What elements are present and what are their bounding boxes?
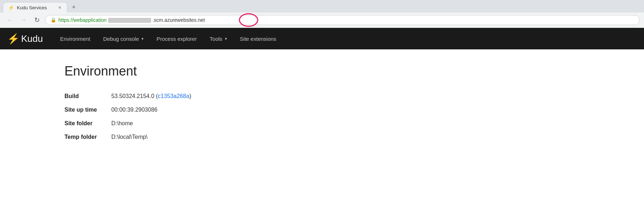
nav-item-site-extensions[interactable]: Site extensions [234, 28, 283, 49]
kudu-logo-text: Kudu [21, 33, 43, 44]
url-host-start: webapplication [73, 17, 107, 23]
nav-item-debug-console[interactable]: Debug console ▾ [97, 28, 150, 49]
table-row: Build 53.50324.2154.0 (c1353a268a) [64, 89, 191, 103]
back-button[interactable]: ← [4, 15, 15, 25]
tab-favicon: ⚡ [8, 5, 14, 10]
active-tab[interactable]: ⚡ Kudu Services × [3, 2, 67, 13]
nav-item-environment[interactable]: Environment [54, 28, 97, 49]
nav-item-site-extensions-label: Site extensions [240, 36, 277, 42]
nav-item-process-explorer-label: Process explorer [157, 36, 197, 42]
kudu-logo-icon: ⚡ [7, 33, 20, 45]
address-bar: ← → ↻ 🔒 https://webapplication.scm.azure… [0, 13, 644, 28]
url-text: https://webapplication.scm.azurewebsites… [58, 17, 205, 23]
browser-chrome: ⚡ Kudu Services × + ← → ↻ 🔒 https://weba… [0, 0, 644, 28]
nav-item-environment-label: Environment [60, 36, 90, 42]
nav-item-debug-console-label: Debug console [103, 36, 139, 42]
new-tab-button[interactable]: + [69, 3, 79, 13]
build-commit-link[interactable]: c1353a268a [158, 93, 189, 99]
kudu-navbar: ⚡ Kudu Environment Debug console ▾ Proce… [0, 28, 644, 49]
site-folder-value: D:\home [111, 117, 191, 130]
nav-item-tools[interactable]: Tools ▾ [203, 28, 234, 49]
url-host-end: .scm.azurewebsites.net [153, 17, 205, 23]
nav-item-process-explorer[interactable]: Process explorer [150, 28, 203, 49]
temp-folder-label: Temp folder [64, 130, 111, 144]
environment-table: Build 53.50324.2154.0 (c1353a268a) Site … [64, 89, 191, 144]
tab-bar: ⚡ Kudu Services × + [0, 0, 644, 13]
ssl-lock-icon: 🔒 [51, 17, 56, 23]
kudu-logo[interactable]: ⚡ Kudu [7, 33, 43, 45]
nav-item-tools-label: Tools [210, 36, 222, 42]
debug-console-dropdown-arrow: ▾ [141, 36, 144, 41]
main-content: Environment Build 53.50324.2154.0 (c1353… [0, 49, 644, 158]
url-protocol: https:// [58, 17, 73, 23]
tab-close-button[interactable]: × [58, 5, 62, 10]
site-uptime-label: Site up time [64, 103, 111, 117]
url-blurred-portion [108, 18, 151, 23]
tools-dropdown-arrow: ▾ [225, 36, 227, 41]
table-row: Site folder D:\home [64, 117, 191, 130]
table-row: Site up time 00:00:39.2903086 [64, 103, 191, 117]
build-value-text: 53.50324.2154.0 ( [111, 93, 158, 99]
site-uptime-value: 00:00:39.2903086 [111, 103, 191, 117]
url-highlight-circle [239, 13, 258, 27]
refresh-button[interactable]: ↻ [32, 15, 42, 25]
build-value: 53.50324.2154.0 (c1353a268a) [111, 89, 191, 103]
build-value-suffix: ) [189, 93, 191, 99]
table-row: Temp folder D:\local\Temp\ [64, 130, 191, 144]
url-bar[interactable]: 🔒 https://webapplication.scm.azurewebsit… [45, 15, 640, 25]
site-folder-label: Site folder [64, 117, 111, 130]
build-label: Build [64, 89, 111, 103]
temp-folder-value: D:\local\Temp\ [111, 130, 191, 144]
tab-title: Kudu Services [17, 5, 55, 10]
page-title: Environment [64, 64, 580, 79]
forward-button[interactable]: → [18, 15, 29, 25]
